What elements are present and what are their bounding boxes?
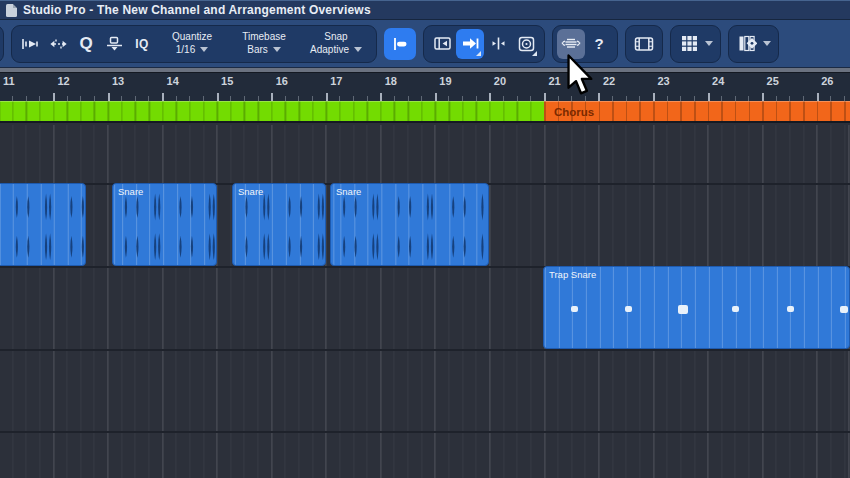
bar-number: 21 [548,75,560,87]
arrange-area[interactable]: SnareSnareSnareTrap Snare [0,125,850,478]
bar-tick [489,93,491,101]
clip-label: Trap Snare [549,269,596,280]
bar-tick [598,93,600,101]
timestretch-icon [49,35,68,53]
bar-tick [544,93,546,101]
bar-number: 25 [767,75,779,87]
quantize-dropdown[interactable]: Quantize 1/16 [156,27,228,61]
midi-note[interactable] [678,305,688,314]
snare-clip[interactable]: Snare [330,183,489,266]
transient-icon [21,35,40,53]
navigation-group [423,25,545,63]
bar-number: 22 [603,75,615,87]
clip-label: Snare [336,186,361,197]
mixer-icon [738,35,757,52]
audio-clip[interactable] [0,183,86,266]
bar-number: 26 [821,75,833,87]
bar-number: 24 [712,75,724,87]
arrangement-section-chorus[interactable]: Chorus [544,101,850,123]
timebase-dropdown-label: Timebase [242,31,286,43]
chevron-down-icon [273,47,281,52]
bar-tick [762,93,764,101]
toolbar: Q IQ Quantize 1/16 [0,20,850,68]
midi-note[interactable] [732,306,739,312]
snap-dropdown-label: Snap [324,31,347,43]
bar-number: 17 [330,75,342,87]
mix-engine-button[interactable] [557,29,585,59]
help-button[interactable]: ? [585,29,613,59]
q-icon: Q [79,34,92,54]
quantize-dropdown-value: 1/16 [176,43,195,56]
snap-to-cursor-button[interactable] [384,28,416,60]
bar-tick [271,93,273,101]
flag-icon [390,35,410,53]
bar-number: 15 [221,75,233,87]
engine-icon [561,36,581,52]
video-view-button[interactable] [630,29,658,59]
audio-bend-tool-button[interactable] [16,29,44,59]
groove-icon [105,35,124,53]
snap-dropdown-value: Adaptive [310,43,349,56]
bar-tick [817,93,819,101]
bar-tick [217,93,219,101]
bar-number: 11 [3,75,15,87]
timestretch-tool-button[interactable] [44,29,72,59]
midi-note[interactable] [571,306,578,312]
snare-clip[interactable]: Snare [112,183,217,266]
track-list-panel-button[interactable] [428,29,456,59]
question-mark-icon: ? [594,35,603,52]
clip-label: Snare [238,186,263,197]
snare-clip[interactable]: Snare [232,183,326,266]
edit-tools-group: Q IQ Quantize 1/16 [11,25,377,63]
panel-icon [433,35,452,52]
iq-icon: IQ [135,37,149,51]
timeline-ruler[interactable]: 11121314151617181920212223242526 [0,73,850,101]
chevron-down-icon[interactable] [763,41,771,46]
groove-quantize-tool-button[interactable] [100,29,128,59]
window-title: Studio Pro - The New Channel and Arrange… [23,3,371,17]
engine-help-group: ? [552,25,618,63]
grid-icon [681,35,698,52]
arrangement-section-green[interactable] [0,101,544,123]
bar-tick [708,93,710,101]
toolbar-edge-group [0,25,4,63]
bar-number: 23 [658,75,670,87]
chevron-down-icon [354,47,362,52]
quantize-tool-button[interactable]: Q [72,29,100,59]
split-view-button[interactable] [484,29,512,59]
focus-button[interactable] [512,29,540,59]
snap-dropdown[interactable]: Snap Adaptive [300,27,372,61]
trap-snare-clip[interactable]: Trap Snare [543,266,850,349]
grid-view-group [670,25,721,63]
autoscroll-button[interactable] [456,29,484,59]
bar-number: 19 [439,75,451,87]
arrow-right-icon [461,35,480,52]
bar-number: 14 [167,75,179,87]
track-divider [0,349,850,351]
corner-options-icon [476,51,481,56]
clip-label: Snare [118,186,143,197]
midi-note[interactable] [625,306,632,312]
bar-tick [380,93,382,101]
midi-note[interactable] [840,306,848,313]
grid-view-button[interactable] [675,29,703,59]
bar-tick [435,93,437,101]
chevron-down-icon [200,47,208,52]
bar-tick [108,93,110,101]
timebase-dropdown-value: Bars [247,43,268,56]
mixer-view-button[interactable] [733,29,761,59]
bar-tick [162,93,164,101]
track-divider [0,431,850,433]
bar-number: 13 [112,75,124,87]
timebase-dropdown[interactable]: Timebase Bars [228,27,300,61]
corner-options-icon [532,51,537,56]
video-group [625,25,663,63]
input-quantize-tool-button[interactable]: IQ [128,29,156,59]
document-icon [6,4,17,17]
mixer-view-group [728,25,779,63]
waveform [0,184,86,266]
midi-note[interactable] [787,306,794,312]
chevron-down-icon[interactable] [705,41,713,46]
bar-tick [326,93,328,101]
split-icon [489,35,508,52]
